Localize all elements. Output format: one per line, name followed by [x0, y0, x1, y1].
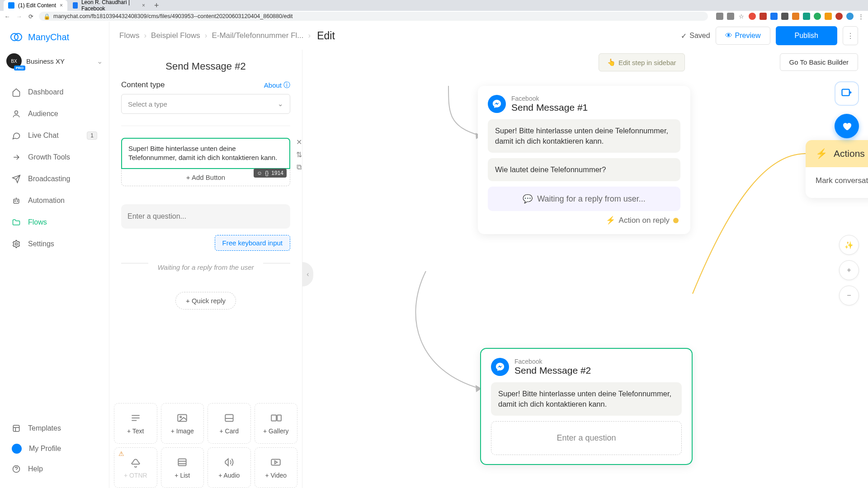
svg-point-10 [180, 416, 181, 418]
nav-templates[interactable]: Templates [0, 418, 109, 438]
message-text-input[interactable]: Super! Bitte hinterlasse unten deine Tel… [121, 138, 290, 169]
ext-icon[interactable] [760, 13, 767, 20]
canvas[interactable]: Send Message #2 Content type Aboutⓘ Sele… [109, 50, 868, 488]
ext-icon[interactable] [770, 13, 778, 20]
nav-label: Settings [28, 240, 54, 248]
svg-rect-9 [178, 414, 187, 421]
ext-icon[interactable] [749, 13, 756, 20]
preview-button[interactable]: 👁Preview [716, 27, 770, 45]
lock-icon: 🔒 [43, 13, 51, 20]
back-icon[interactable]: ← [4, 13, 11, 20]
breadcrumb: Flows › Beispiel Flows › E-Mail/Telefonn… [119, 30, 335, 42]
zoom-out-button[interactable]: − [839, 286, 859, 305]
copy-icon[interactable]: ⧉ [295, 163, 302, 171]
nav-broadcasting[interactable]: Broadcasting [0, 168, 109, 190]
ext-icon[interactable] [825, 13, 832, 20]
nav-label: Live Chat [28, 131, 59, 140]
reload-icon[interactable]: ⟳ [27, 13, 34, 20]
block-text[interactable]: + Text [114, 403, 157, 444]
publish-button[interactable]: Publish [776, 26, 837, 45]
braces-icon[interactable]: {} [265, 170, 269, 176]
ext-icon[interactable] [727, 13, 734, 20]
template-icon [12, 424, 21, 433]
nav-flows[interactable]: Flows [0, 211, 109, 233]
block-audio[interactable]: + Audio [208, 447, 251, 488]
chevron-right-icon: › [308, 31, 311, 40]
svg-rect-14 [179, 459, 186, 465]
close-icon[interactable]: × [142, 2, 145, 9]
nav-settings[interactable]: Settings [0, 233, 109, 255]
node-send-message-2[interactable]: Facebook Send Message #2 Super! Bitte hi… [480, 348, 693, 465]
address-bar[interactable]: 🔒 manychat.com/fb181039443240830​9/cms/f… [39, 12, 708, 21]
org-selector[interactable]: BXPRO Business XY ⌄ [0, 49, 109, 73]
zoom-in-button[interactable]: + [839, 260, 859, 280]
new-tab-button[interactable]: + [151, 1, 163, 10]
arrow-icon [12, 153, 21, 162]
ext-icon[interactable] [814, 13, 821, 20]
star-icon[interactable]: ☆ [738, 13, 745, 20]
close-icon[interactable]: ✕ [295, 138, 302, 146]
collapse-panel-button[interactable]: ‹ [302, 262, 313, 286]
emoji-icon[interactable]: ☺ [257, 170, 262, 176]
ext-icon[interactable] [716, 13, 723, 20]
block-video[interactable]: + Video [255, 447, 298, 488]
node-send-message-1[interactable]: Facebook Send Message #1 Super! Bitte hi… [478, 86, 690, 234]
block-image[interactable]: + Image [161, 403, 204, 444]
close-icon[interactable]: × [60, 2, 63, 9]
chevron-left-icon: ‹ [307, 270, 309, 278]
nav-profile[interactable]: My Profile [0, 438, 109, 459]
node-actions[interactable]: ⚡Actions Mark conversation as Done [806, 140, 868, 198]
add-node-button[interactable] [835, 81, 859, 106]
sparkle-icon: ✨ [844, 241, 854, 249]
quick-reply-label: + Quick reply [186, 297, 226, 305]
block-list[interactable]: + List [161, 447, 204, 488]
nav-help[interactable]: Help [0, 459, 109, 479]
warning-icon: ⚠ [118, 450, 124, 457]
logo-row[interactable]: ManyChat [0, 22, 109, 49]
avatar-icon[interactable] [846, 13, 854, 20]
forward-icon[interactable]: → [15, 13, 23, 20]
nav-label: Help [28, 465, 43, 473]
connection-dot[interactable] [673, 218, 679, 223]
nav-audience[interactable]: Audience [0, 103, 109, 125]
nav-automation[interactable]: Automation [0, 190, 109, 211]
edit-step-button[interactable]: 👆Edit step in sidebar [599, 53, 685, 71]
action-on-reply[interactable]: ⚡Action on reply [488, 211, 680, 225]
question-input[interactable] [121, 204, 290, 229]
nav-growth-tools[interactable]: Growth Tools [0, 146, 109, 168]
content-type-select[interactable]: Select a type ⌄ [121, 94, 290, 114]
main-area: Flows › Beispiel Flows › E-Mail/Telefonn… [109, 22, 868, 488]
basic-builder-button[interactable]: Go To Basic Builder [780, 53, 858, 71]
free-keyboard-button[interactable]: Free keyboard input [215, 235, 290, 251]
nav-live-chat[interactable]: Live Chat1 [0, 125, 109, 146]
magic-button[interactable]: ✨ [839, 235, 859, 255]
nav-dashboard[interactable]: Dashboard [0, 81, 109, 103]
block-label: + Card [220, 427, 239, 435]
org-name: Business XY [26, 57, 92, 65]
chevron-down-icon: ⌄ [97, 57, 103, 66]
block-label: + Gallery [263, 427, 288, 435]
chevron-right-icon: › [144, 31, 146, 40]
breadcrumb-item[interactable]: E-Mail/Telefonnummer Fl... [212, 31, 303, 40]
feedback-button[interactable] [835, 114, 859, 138]
about-link[interactable]: Aboutⓘ [264, 81, 290, 89]
ext-icon[interactable] [835, 13, 843, 20]
browser-tab[interactable]: Leon R. Chaudhari | Facebook × [68, 0, 150, 11]
browser-tab-active[interactable]: (1) Edit Content × [4, 0, 67, 11]
block-card[interactable]: + Card [208, 403, 251, 444]
block-label: + List [175, 472, 190, 479]
move-icon[interactable]: ⇅ [295, 150, 302, 159]
ext-icon[interactable] [792, 13, 799, 20]
favicon-icon [8, 2, 14, 9]
ext-icon[interactable] [781, 13, 788, 20]
audio-icon [223, 456, 235, 468]
menu-icon[interactable]: ⋮ [857, 13, 864, 20]
block-gallery[interactable]: + Gallery [255, 403, 298, 444]
node-question-placeholder[interactable]: Enter a question [491, 421, 682, 455]
more-menu-button[interactable]: ⋮ [843, 26, 858, 45]
breadcrumb-item[interactable]: Flows [119, 31, 139, 40]
ext-icon[interactable] [803, 13, 810, 20]
quick-reply-button[interactable]: + Quick reply [175, 292, 236, 310]
org-avatar: BXPRO [6, 53, 22, 69]
breadcrumb-item[interactable]: Beispiel Flows [151, 31, 200, 40]
